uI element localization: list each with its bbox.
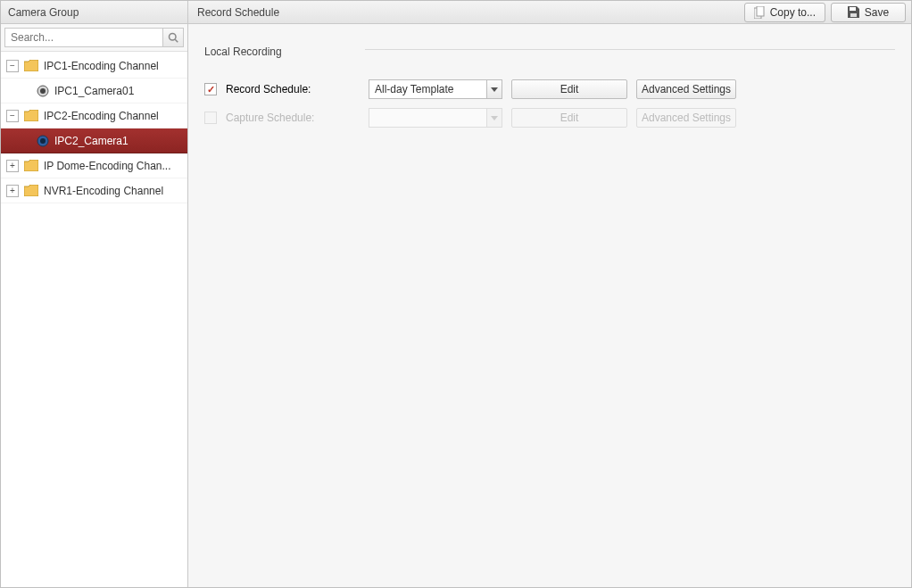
chevron-down-icon	[491, 87, 498, 92]
capture-dropdown-button	[486, 108, 502, 128]
svg-line-1	[175, 39, 178, 42]
tree-label: IP Dome-Encoding Chan...	[44, 160, 171, 172]
camera-tree: − IPC1-Encoding Channel IPC1_Camera01 − …	[1, 52, 187, 587]
camera-icon	[37, 85, 49, 97]
copy-to-button[interactable]: Copy to...	[744, 3, 825, 22]
main-header: Record Schedule Copy to... Save	[188, 1, 911, 24]
expand-icon[interactable]: +	[6, 185, 19, 197]
tree-group-ipdome[interactable]: + IP Dome-Encoding Chan...	[1, 153, 187, 178]
collapse-icon[interactable]: −	[6, 110, 19, 122]
advanced-capture-button: Advanced Settings	[636, 108, 736, 128]
capture-template-value	[369, 108, 486, 128]
main-panel: Record Schedule Copy to... Save Local Re…	[188, 1, 911, 587]
svg-point-5	[40, 138, 46, 144]
search-icon	[168, 32, 178, 43]
svg-rect-7	[757, 6, 764, 16]
tree-label: NVR1-Encoding Channel	[44, 185, 163, 197]
expand-icon[interactable]: +	[6, 160, 19, 172]
collapse-icon[interactable]: −	[6, 60, 19, 72]
template-dropdown-button[interactable]	[486, 79, 502, 99]
tree-label: IPC1-Encoding Channel	[44, 60, 159, 72]
page-title: Record Schedule	[197, 6, 279, 19]
capture-template-combo	[369, 108, 502, 128]
tree-label: IPC1_Camera01	[54, 85, 134, 97]
capture-schedule-checkbox[interactable]	[204, 112, 217, 124]
copy-icon	[754, 6, 765, 19]
tree-label: IPC2-Encoding Channel	[44, 110, 159, 122]
sidebar-title: Camera Group	[1, 1, 187, 24]
svg-point-3	[40, 88, 46, 94]
capture-schedule-row: Capture Schedule: Edit Advanced Settings	[204, 104, 895, 132]
section-title: Local Recording	[204, 46, 895, 58]
save-label: Save	[865, 6, 889, 19]
chevron-down-icon	[491, 116, 498, 120]
tree-group-nvr1[interactable]: + NVR1-Encoding Channel	[1, 178, 187, 203]
main-body: Local Recording Record Schedule: All-day…	[188, 24, 911, 153]
camera-icon	[37, 135, 49, 147]
sidebar: Camera Group − IPC1-Encoding Channel IPC…	[1, 1, 188, 587]
copy-label: Copy to...	[770, 6, 816, 19]
svg-rect-8	[850, 7, 856, 11]
advanced-record-button[interactable]: Advanced Settings	[636, 79, 736, 99]
tree-camera-ipc1-cam01[interactable]: IPC1_Camera01	[1, 79, 187, 104]
search-row	[1, 24, 187, 52]
tree-camera-ipc2-cam1[interactable]: IPC2_Camera1	[1, 128, 187, 153]
edit-record-button[interactable]: Edit	[511, 79, 627, 99]
edit-capture-button: Edit	[511, 108, 627, 128]
tree-group-ipc2[interactable]: − IPC2-Encoding Channel	[1, 104, 187, 128]
folder-icon	[24, 60, 38, 71]
save-icon	[848, 6, 859, 18]
record-schedule-checkbox[interactable]	[204, 83, 217, 95]
svg-point-0	[170, 34, 177, 41]
search-button[interactable]	[162, 28, 184, 47]
tree-label: IPC2_Camera1	[54, 135, 129, 147]
svg-rect-9	[850, 13, 857, 17]
save-button[interactable]: Save	[831, 3, 906, 22]
section-divider	[365, 49, 895, 50]
template-combo[interactable]: All-day Template	[369, 79, 502, 99]
search-input[interactable]	[4, 28, 162, 47]
tree-group-ipc1[interactable]: − IPC1-Encoding Channel	[1, 54, 187, 79]
folder-icon	[24, 160, 38, 171]
record-schedule-row: Record Schedule: All-day Template Edit A…	[204, 75, 895, 104]
record-schedule-label: Record Schedule:	[226, 83, 360, 95]
capture-schedule-label: Capture Schedule:	[226, 112, 360, 124]
folder-icon	[24, 185, 38, 196]
folder-icon	[24, 110, 38, 121]
template-value: All-day Template	[369, 79, 486, 99]
